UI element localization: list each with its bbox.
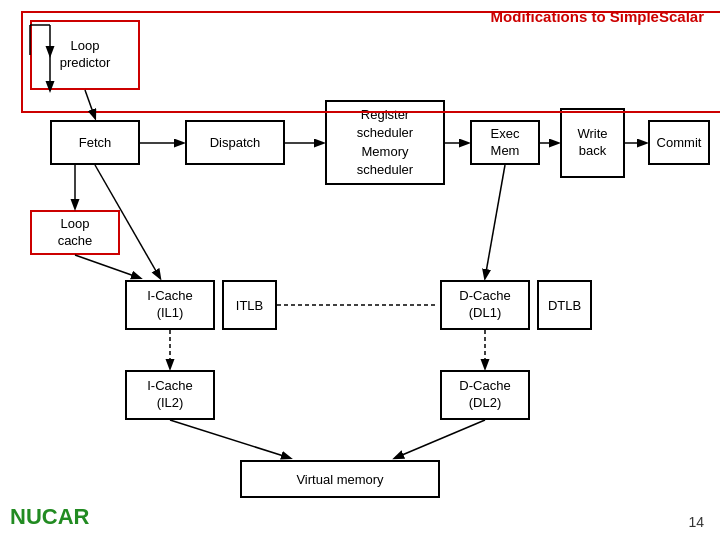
- icache-il2-label: I-Cache (IL2): [147, 378, 193, 412]
- page-title: Modifications to SimpleScalar: [491, 8, 704, 25]
- svg-line-15: [395, 420, 485, 458]
- svg-line-14: [170, 420, 290, 458]
- virtual-memory-label: Virtual memory: [296, 472, 383, 487]
- dcache-dl1-label: D-Cache (DL1): [459, 288, 510, 322]
- icache-il2-box: I-Cache (IL2): [125, 370, 215, 420]
- dcache-dl1-box: D-Cache (DL1): [440, 280, 530, 330]
- loop-cache-box: Loop cache: [30, 210, 120, 255]
- reg-scheduler-label: Register scheduler Memory scheduler: [357, 106, 413, 179]
- icache-il1-label: I-Cache (IL1): [147, 288, 193, 322]
- svg-line-12: [485, 165, 505, 278]
- commit-box: Commit: [648, 120, 710, 165]
- write-back-box: Write back: [560, 108, 625, 178]
- fetch-box: Fetch: [50, 120, 140, 165]
- dispatch-label: Dispatch: [210, 135, 261, 150]
- svg-line-8: [75, 255, 140, 278]
- dcache-dl2-label: D-Cache (DL2): [459, 378, 510, 412]
- dtlb-box: DTLB: [537, 280, 592, 330]
- fetch-label: Fetch: [79, 135, 112, 150]
- reg-scheduler-box: Register scheduler Memory scheduler: [325, 100, 445, 185]
- svg-line-1: [85, 90, 95, 118]
- icache-il1-box: I-Cache (IL1): [125, 280, 215, 330]
- virtual-memory-box: Virtual memory: [240, 460, 440, 498]
- dcache-dl2-box: D-Cache (DL2): [440, 370, 530, 420]
- exec-mem-label: Exec Mem: [491, 126, 520, 160]
- page-number: 14: [688, 514, 704, 530]
- dtlb-label: DTLB: [548, 298, 581, 313]
- itlb-label: ITLB: [236, 298, 263, 313]
- write-back-label: Write back: [577, 126, 607, 160]
- nucar-logo: NUCAR: [10, 504, 89, 530]
- loop-predictor-label: Loop predictor: [60, 38, 111, 72]
- commit-label: Commit: [657, 135, 702, 150]
- loop-cache-label: Loop cache: [58, 216, 93, 250]
- dispatch-box: Dispatch: [185, 120, 285, 165]
- exec-mem-box: Exec Mem: [470, 120, 540, 165]
- loop-predictor-box: Loop predictor: [30, 20, 140, 90]
- itlb-box: ITLB: [222, 280, 277, 330]
